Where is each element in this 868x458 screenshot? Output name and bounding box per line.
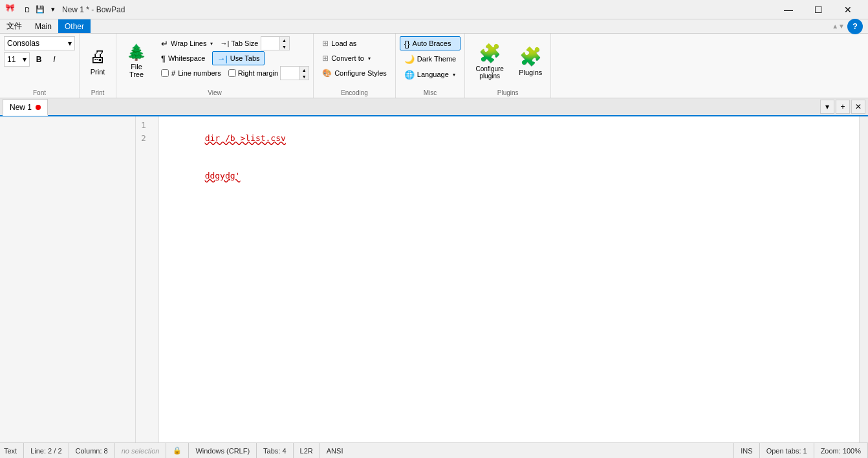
auto-braces-button[interactable]: {} Auto Braces <box>400 36 461 50</box>
encoding-controls: ⊞ Load as ⊞ Convert to ▾ 🎨 Configure Sty… <box>318 36 391 80</box>
status-line-endings: Windows (CRLF) <box>189 443 257 458</box>
editor-content[interactable]: dir /b >list.csv ddgydg' <box>159 116 859 442</box>
encoding-group-content: ⊞ Load as ⊞ Convert to ▾ 🎨 Configure Sty… <box>318 36 391 88</box>
status-column: Column: 8 <box>69 443 115 458</box>
status-tabs: Tabs: 4 <box>257 443 293 458</box>
whitespace-button[interactable]: ¶ Whitespace <box>157 51 210 65</box>
plugins-icon: 🧩 <box>519 46 542 67</box>
tab-close-button[interactable]: ✕ <box>851 100 865 114</box>
language-button[interactable]: 🌐 Language ▾ <box>400 67 461 82</box>
right-margin-checkbox[interactable] <box>228 69 236 77</box>
ribbon-group-plugins: 🧩 Configure plugins 🧩 Plugins Plugins <box>465 34 551 98</box>
ribbon-group-font: Consolas ▾ 11 ▾ B I Font <box>0 34 80 98</box>
printer-icon: 🖨 <box>89 47 106 67</box>
code-text-1: dir /b >list.csv <box>205 133 286 143</box>
configure-plugins-button[interactable]: 🧩 Configure plugins <box>469 36 510 85</box>
tab-size-spinbox-buttons: ▲ ▼ <box>279 37 289 50</box>
maximize-button[interactable]: ☐ <box>803 0 833 19</box>
status-ins: INS <box>734 443 759 458</box>
font-dropdown-arrow: ▾ <box>68 39 72 48</box>
close-button[interactable]: ✕ <box>833 0 863 19</box>
wrap-lines-button[interactable]: ↵ Wrap Lines ▾ <box>157 36 217 50</box>
right-margin-input[interactable]: 0 <box>281 67 299 80</box>
statusbar: Text Line: 2 / 2 Column: 8 no selection … <box>0 442 868 458</box>
language-icon: 🌐 <box>404 70 415 80</box>
font-size-selector[interactable]: 11 ▾ <box>4 52 30 67</box>
convert-to-button[interactable]: ⊞ Convert to ▾ <box>318 51 391 65</box>
configure-styles-button[interactable]: 🎨 Configure Styles <box>318 66 391 80</box>
editor-main: 1 2 dir /b >list.csv ddgydg' <box>136 116 868 442</box>
load-as-button[interactable]: ⊞ Load as <box>318 36 391 50</box>
file-tree-icon: 🌲 <box>127 43 146 61</box>
tabbar: New 1 ▾ + ✕ <box>0 98 868 116</box>
code-line-2: ddgydg' <box>164 157 854 195</box>
convert-arrow: ▾ <box>368 56 371 61</box>
load-as-icon: ⊞ <box>322 39 329 48</box>
editor-container: 1 2 dir /b >list.csv ddgydg' <box>0 116 868 442</box>
status-zoom: Zoom: 100% <box>814 443 868 458</box>
menu-other[interactable]: Other <box>58 19 91 33</box>
status-text-mode: Text <box>0 443 24 458</box>
menu-icon[interactable]: ▾ <box>48 5 58 15</box>
tab-add-button[interactable]: + <box>836 100 850 114</box>
font-name-selector[interactable]: Consolas ▾ <box>4 36 75 50</box>
font-group-label: Font <box>33 88 46 98</box>
fontsize-dropdown-arrow: ▾ <box>23 55 27 64</box>
file-tree-panel <box>0 116 136 442</box>
misc-group-label: Misc <box>424 88 437 98</box>
hashtag-icon: # <box>171 69 175 77</box>
editor-scrollbar[interactable] <box>859 116 868 442</box>
plugins-group-label: Plugins <box>497 88 519 98</box>
right-margin-down[interactable]: ▼ <box>299 73 309 80</box>
ribbon-group-misc: {} Auto Braces 🌙 Dark Theme 🌐 Language ▾… <box>396 34 465 98</box>
whitespace-icon: ¶ <box>161 54 166 63</box>
print-button[interactable]: 🖨 Print <box>83 36 112 85</box>
tab-dropdown-button[interactable]: ▾ <box>820 100 834 114</box>
right-margin-spinbox[interactable]: 0 ▲ ▼ <box>280 66 309 80</box>
italic-button[interactable]: I <box>47 52 61 67</box>
convert-to-icon: ⊞ <box>322 54 329 63</box>
app-logo: 🎀 <box>5 3 18 16</box>
new-icon[interactable]: 🗋 <box>22 5 32 15</box>
line-number-1: 1 <box>141 119 153 132</box>
window-title: New 1 * - BowPad <box>62 5 125 14</box>
auto-braces-icon: {} <box>404 39 410 49</box>
titlebar-quick-access: 🗋 💾 ▾ <box>22 5 58 15</box>
ribbon: Consolas ▾ 11 ▾ B I Font <box>0 34 868 98</box>
status-open-tabs: Open tabs: 1 <box>760 443 814 458</box>
tab-size-up[interactable]: ▲ <box>280 37 289 43</box>
line-numbers-checkbox[interactable] <box>161 69 169 77</box>
wrap-lines-arrow: ▾ <box>210 41 213 47</box>
tab-new1[interactable]: New 1 <box>3 99 48 116</box>
tab-size-down[interactable]: ▼ <box>280 43 289 50</box>
line-number-2: 2 <box>141 132 153 145</box>
menu-file[interactable]: 文件 <box>0 19 28 33</box>
dark-theme-button[interactable]: 🌙 Dark Theme <box>400 52 461 66</box>
file-tree-button[interactable]: 🌲 File Tree <box>120 36 153 85</box>
right-margin-up[interactable]: ▲ <box>299 67 309 73</box>
menu-main[interactable]: Main <box>28 19 58 33</box>
titlebar: 🎀 🗋 💾 ▾ New 1 * - BowPad — ☐ ✕ <box>0 0 868 19</box>
right-margin-spinbox-buttons: ▲ ▼ <box>299 67 309 80</box>
tab-modified-indicator <box>36 105 41 110</box>
use-tabs-button[interactable]: →| Use Tabs <box>212 51 264 65</box>
help-button[interactable]: ? <box>847 19 863 34</box>
save-icon[interactable]: 💾 <box>35 5 45 15</box>
line-numbers-button[interactable]: # Line numbers <box>157 66 226 80</box>
bold-button[interactable]: B <box>32 52 46 67</box>
code-line-1: dir /b >list.csv <box>164 119 854 157</box>
misc-group-content: {} Auto Braces 🌙 Dark Theme 🌐 Language ▾ <box>400 36 461 88</box>
status-rw: L2R <box>294 443 320 458</box>
tab-size-spinbox[interactable]: 4 ▲ ▼ <box>261 36 290 50</box>
status-encoding-icon[interactable]: 🔒 <box>166 443 189 458</box>
status-encoding: ANSI <box>320 443 735 458</box>
configure-styles-icon: 🎨 <box>322 69 332 78</box>
print-group-content: 🖨 Print <box>83 36 112 88</box>
status-line-col: Line: 2 / 2 <box>24 443 69 458</box>
plugins-button[interactable]: 🧩 Plugins <box>514 36 547 85</box>
titlebar-left: 🎀 🗋 💾 ▾ New 1 * - BowPad <box>5 3 125 16</box>
ribbon-group-view: 🌲 File Tree ↵ Wrap Lines ▾ →| Tab Size <box>116 34 314 98</box>
font-group-content: Consolas ▾ 11 ▾ B I <box>4 36 75 88</box>
tab-size-input[interactable]: 4 <box>261 37 279 50</box>
minimize-button[interactable]: — <box>774 0 803 19</box>
